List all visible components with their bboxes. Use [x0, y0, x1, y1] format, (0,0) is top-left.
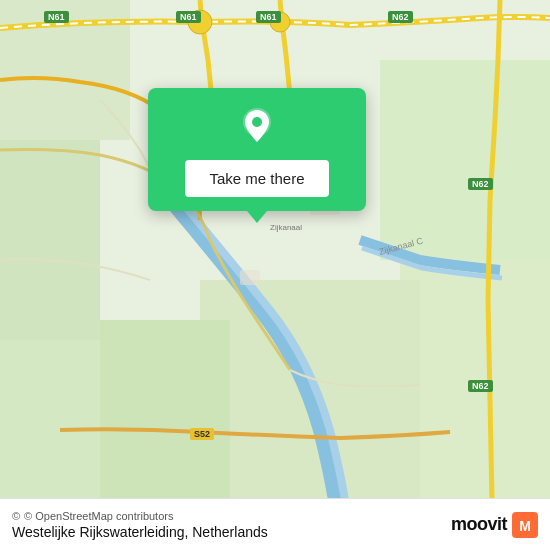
map-container: Zijkanaal C Zijkanaal N61 N61 N61 N62 N6… [0, 0, 550, 550]
take-me-there-button[interactable]: Take me there [185, 160, 328, 197]
location-pin-icon [235, 104, 279, 148]
road-label-n61-3: N61 [256, 11, 281, 23]
moovit-logo: moovit M [451, 512, 538, 538]
svg-point-15 [252, 117, 262, 127]
road-label-n61-1: N61 [44, 11, 69, 23]
svg-text:M: M [519, 518, 531, 534]
moovit-icon: M [512, 512, 538, 538]
road-label-n62-3: N62 [468, 380, 493, 392]
bottom-bar: © © OpenStreetMap contributors Westelijk… [0, 498, 550, 550]
svg-rect-2 [0, 140, 100, 340]
location-title: Westelijke Rijkswaterleiding, Netherland… [12, 524, 268, 540]
svg-rect-13 [240, 270, 260, 285]
copyright-icon: © [12, 510, 20, 522]
road-label-s52: S52 [190, 428, 214, 440]
popup-card: Take me there [148, 88, 366, 211]
road-label-n62-1: N62 [388, 11, 413, 23]
moovit-text: moovit [451, 514, 507, 535]
attribution: © © OpenStreetMap contributors [12, 510, 268, 522]
svg-text:Zijkanaal: Zijkanaal [270, 223, 302, 232]
popup-arrow [247, 211, 267, 223]
attribution-text: © OpenStreetMap contributors [24, 510, 173, 522]
svg-rect-7 [100, 320, 230, 500]
road-label-n62-2: N62 [468, 178, 493, 190]
svg-rect-4 [380, 60, 550, 260]
road-label-n61-2: N61 [176, 11, 201, 23]
